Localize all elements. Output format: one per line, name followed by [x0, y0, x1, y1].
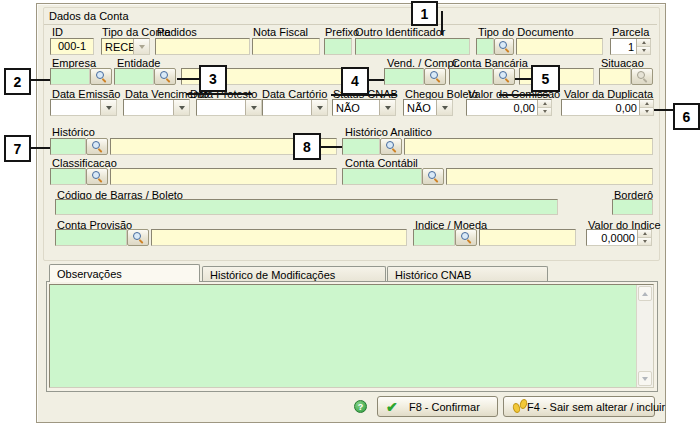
- empresa-field[interactable]: [50, 68, 90, 85]
- magnifier-icon: [636, 70, 649, 83]
- indice-moeda-description-field[interactable]: [479, 229, 576, 246]
- historico-lookup-button[interactable]: [86, 138, 108, 155]
- chegou-boleto-value: NÃO: [404, 100, 436, 115]
- spinner-buttons[interactable]: [636, 39, 650, 54]
- outro-identificador-label: Outro Identificador: [355, 27, 446, 38]
- help-icon[interactable]: ?: [354, 400, 367, 413]
- spinner-buttons[interactable]: [637, 230, 651, 245]
- codigo-barras-field[interactable]: [55, 199, 558, 215]
- historico-analitico-description-field[interactable]: [404, 138, 653, 155]
- parcela-label: Parcela: [612, 27, 649, 38]
- entidade-field[interactable]: [114, 68, 154, 85]
- classificacao-field[interactable]: [50, 168, 86, 185]
- valor-duplicata-spinner[interactable]: 0,00: [561, 99, 654, 116]
- prefixo-field[interactable]: [324, 38, 352, 55]
- tab-historico-de-modificacoes[interactable]: Histórico de Modificações: [202, 266, 386, 282]
- scrollbar[interactable]: [636, 285, 653, 387]
- magnifier-icon: [427, 170, 440, 183]
- tipo-do-documento-field[interactable]: [516, 38, 603, 55]
- historico-field[interactable]: [50, 138, 86, 155]
- conta-contabil-field[interactable]: [342, 168, 422, 185]
- dropdown-arrow-icon[interactable]: [100, 100, 116, 115]
- conta-contabil-description-field[interactable]: [446, 168, 653, 185]
- magnifier-icon: [498, 70, 511, 83]
- entidade-lookup-button[interactable]: [154, 68, 176, 85]
- chegou-boleto-combobox[interactable]: NÃO: [403, 99, 453, 116]
- dropdown-arrow-icon[interactable]: [311, 100, 327, 115]
- callout-6: 6: [673, 103, 700, 130]
- vend-compr-field[interactable]: [384, 68, 424, 85]
- valor-comissao-spinner[interactable]: 0,00: [466, 99, 552, 116]
- data-emissao-value: [51, 100, 100, 115]
- exit-button-label: F4 - Sair sem alterar / incluir: [527, 400, 671, 413]
- conta-provisao-field[interactable]: [55, 229, 127, 246]
- tipo-do-documento-lookup-button[interactable]: [494, 38, 514, 55]
- classificacao-description-field[interactable]: [110, 168, 337, 185]
- dropdown-arrow-icon[interactable]: [245, 100, 261, 115]
- historico-analitico-lookup-button[interactable]: [380, 138, 402, 155]
- id-field[interactable]: 000-1: [50, 38, 94, 55]
- dropdown-arrow-icon[interactable]: [436, 100, 452, 115]
- footprints-icon: [512, 399, 527, 414]
- groupbox-caption-divider: [44, 24, 657, 25]
- tipo-do-documento-code-field[interactable]: [476, 38, 494, 55]
- data-emissao-combobox[interactable]: [50, 99, 117, 116]
- scroll-up-icon[interactable]: [638, 286, 652, 301]
- exit-button[interactable]: F4 - Sair sem alterar / incluir: [503, 396, 655, 417]
- conta-provisao-description-field[interactable]: [151, 229, 407, 246]
- tipo-da-conta-combobox[interactable]: RECE...: [101, 38, 150, 55]
- situacao-field[interactable]: [599, 68, 631, 85]
- situacao-lookup-button[interactable]: [631, 68, 653, 85]
- conta-bancaria-lookup-button[interactable]: [493, 68, 515, 85]
- valor-comissao-value: 0,00: [467, 100, 537, 115]
- bordero-field[interactable]: [612, 199, 653, 215]
- data-vencimento-value: [124, 100, 173, 115]
- conta-contabil-lookup-button[interactable]: [422, 168, 444, 185]
- scroll-down-icon[interactable]: [638, 371, 652, 386]
- indice-moeda-field[interactable]: [413, 229, 455, 246]
- outro-identificador-field[interactable]: [355, 38, 470, 55]
- tab-historico-cnab[interactable]: Histórico CNAB: [387, 266, 548, 282]
- indice-moeda-lookup-button[interactable]: [455, 229, 477, 246]
- callout-5-line: [515, 78, 531, 80]
- magnifier-icon: [95, 70, 108, 83]
- dropdown-arrow-icon[interactable]: [379, 100, 395, 115]
- observacoes-textarea[interactable]: [49, 284, 654, 388]
- pedidos-label: Pedidos: [157, 27, 197, 38]
- callout-6-line: [654, 109, 673, 111]
- check-icon: ✔: [386, 400, 398, 414]
- status-cnab-combobox[interactable]: NÃO: [332, 99, 396, 116]
- callout-5: 5: [531, 65, 560, 92]
- classificacao-lookup-button[interactable]: [86, 168, 108, 185]
- tab-label: Observações: [57, 268, 122, 280]
- vend-compr-lookup-button[interactable]: [424, 68, 446, 85]
- spinner-buttons[interactable]: [639, 100, 653, 115]
- pedidos-field[interactable]: [155, 38, 250, 55]
- historico-analitico-field[interactable]: [342, 138, 380, 155]
- callout-2: 2: [4, 68, 31, 95]
- historico-label: Histórico: [52, 127, 95, 138]
- callout-4: 4: [341, 67, 369, 95]
- empresa-lookup-button[interactable]: [90, 68, 112, 85]
- data-cartorio-combobox[interactable]: [262, 99, 328, 116]
- spinner-buttons[interactable]: [537, 100, 551, 115]
- valor-indice-value: 0,0000: [587, 230, 637, 245]
- dropdown-arrow-icon[interactable]: [173, 100, 189, 115]
- valor-indice-spinner[interactable]: 0,0000: [586, 229, 652, 246]
- data-protesto-combobox[interactable]: [196, 99, 262, 116]
- historico-analitico-label: Histórico Analitico: [345, 127, 432, 138]
- dropdown-arrow-icon[interactable]: [133, 39, 149, 54]
- tipo-do-documento-label: Tipo do Documento: [478, 27, 574, 38]
- data-vencimento-combobox[interactable]: [123, 99, 190, 116]
- confirm-button[interactable]: ✔ F8 - Confirmar: [377, 396, 498, 417]
- callout-8-line: [321, 146, 342, 148]
- callout-8: 8: [293, 133, 321, 160]
- nota-fiscal-field[interactable]: [252, 38, 320, 55]
- conta-bancaria-field[interactable]: [449, 68, 493, 85]
- magnifier-icon: [159, 70, 172, 83]
- tab-observacoes[interactable]: Observações: [49, 264, 200, 282]
- conta-provisao-lookup-button[interactable]: [127, 229, 149, 246]
- help-glyph: ?: [358, 402, 364, 412]
- parcela-spinner[interactable]: 1: [610, 38, 651, 55]
- callout-1: 1: [411, 1, 438, 26]
